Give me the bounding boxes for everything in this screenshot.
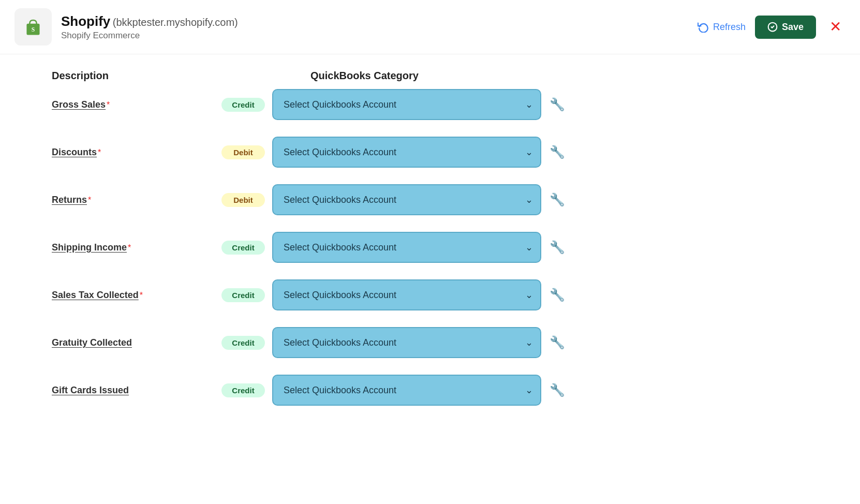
row-label-sales-tax-collected: Sales Tax Collected* — [52, 290, 217, 301]
close-icon: ✕ — [829, 19, 841, 35]
refresh-label: Refresh — [713, 22, 746, 33]
badge-gift-cards-issued: Credit — [221, 383, 265, 397]
qb-select-wrap-returns: Select Quickbooks Account ⌄ — [272, 184, 541, 215]
save-icon — [767, 22, 778, 32]
column-headers: Description QuickBooks Category — [52, 70, 808, 82]
app-domain: (bkkptester.myshopify.com) — [113, 17, 238, 28]
mapping-row-shipping-income: Shipping Income* Credit Select Quickbook… — [52, 232, 808, 263]
wand-button-shipping-income[interactable]: 🔧 — [550, 240, 565, 255]
qb-select-wrap-gratuity-collected: Select Quickbooks Account ⌄ — [272, 327, 541, 358]
qb-select-wrap-gross-sales: Select Quickbooks Account ⌄ — [272, 89, 541, 120]
mapping-row-gift-cards-issued: Gift Cards Issued Credit Select Quickboo… — [52, 375, 808, 406]
refresh-button[interactable]: Refresh — [698, 21, 746, 33]
mapping-row-returns: Returns* Debit Select Quickbooks Account… — [52, 184, 808, 215]
qb-select-gratuity-collected[interactable]: Select Quickbooks Account — [272, 327, 541, 358]
badge-gratuity-collected: Credit — [221, 336, 265, 350]
required-indicator: * — [140, 291, 143, 300]
save-label: Save — [782, 22, 804, 33]
row-link-sales-tax-collected[interactable]: Sales Tax Collected — [52, 290, 139, 300]
required-indicator: * — [107, 100, 110, 109]
col-header-description: Description — [52, 70, 248, 82]
close-button[interactable]: ✕ — [825, 18, 846, 36]
wand-button-sales-tax-collected[interactable]: 🔧 — [550, 288, 565, 302]
wand-button-discounts[interactable]: 🔧 — [550, 145, 565, 159]
required-indicator: * — [98, 148, 101, 157]
wand-button-gift-cards-issued[interactable]: 🔧 — [550, 383, 565, 397]
wand-icon: 🔧 — [550, 97, 565, 111]
qb-select-wrap-discounts: Select Quickbooks Account ⌄ — [272, 137, 541, 168]
wand-icon: 🔧 — [550, 335, 565, 349]
mapping-row-sales-tax-collected: Sales Tax Collected* Credit Select Quick… — [52, 279, 808, 310]
row-link-gross-sales[interactable]: Gross Sales — [52, 99, 106, 110]
app-header: S Shopify (bkkptester.myshopify.com) Sho… — [0, 0, 860, 54]
wand-button-returns[interactable]: 🔧 — [550, 192, 565, 207]
app-subtitle: Shopify Ecommerce — [61, 31, 698, 41]
shopify-icon: S — [21, 15, 45, 39]
row-link-discounts[interactable]: Discounts — [52, 147, 97, 157]
badge-returns: Debit — [221, 193, 265, 207]
qb-select-returns[interactable]: Select Quickbooks Account — [272, 184, 541, 215]
qb-select-wrap-gift-cards-issued: Select Quickbooks Account ⌄ — [272, 375, 541, 406]
row-link-gratuity-collected[interactable]: Gratuity Collected — [52, 337, 132, 348]
wand-icon: 🔧 — [550, 192, 565, 206]
row-label-discounts: Discounts* — [52, 147, 217, 158]
row-label-returns: Returns* — [52, 195, 217, 205]
row-link-gift-cards-issued[interactable]: Gift Cards Issued — [52, 385, 129, 395]
svg-text:S: S — [32, 26, 35, 33]
row-label-gross-sales: Gross Sales* — [52, 99, 217, 110]
row-link-shipping-income[interactable]: Shipping Income — [52, 242, 127, 253]
qb-select-wrap-shipping-income: Select Quickbooks Account ⌄ — [272, 232, 541, 263]
qb-select-gross-sales[interactable]: Select Quickbooks Account — [272, 89, 541, 120]
qb-select-wrap-sales-tax-collected: Select Quickbooks Account ⌄ — [272, 279, 541, 310]
mapping-row-gratuity-collected: Gratuity Collected Credit Select Quickbo… — [52, 327, 808, 358]
mapping-row-discounts: Discounts* Debit Select Quickbooks Accou… — [52, 137, 808, 168]
required-indicator: * — [128, 243, 131, 252]
wand-icon: 🔧 — [550, 288, 565, 302]
refresh-icon — [698, 21, 709, 33]
required-indicator: * — [88, 196, 91, 204]
main-content: Description QuickBooks Category Gross Sa… — [0, 54, 860, 438]
qb-select-sales-tax-collected[interactable]: Select Quickbooks Account — [272, 279, 541, 310]
mapping-row-gross-sales: Gross Sales* Credit Select Quickbooks Ac… — [52, 89, 808, 120]
header-actions: Refresh Save ✕ — [698, 16, 846, 39]
qb-select-gift-cards-issued[interactable]: Select Quickbooks Account — [272, 375, 541, 406]
badge-gross-sales: Credit — [221, 98, 265, 112]
badge-shipping-income: Credit — [221, 241, 265, 255]
wand-icon: 🔧 — [550, 145, 565, 159]
app-name: Shopify — [61, 13, 110, 29]
app-logo: S — [14, 8, 52, 46]
header-title-block: Shopify (bkkptester.myshopify.com) Shopi… — [61, 13, 698, 41]
wand-icon: 🔧 — [550, 240, 565, 254]
row-label-gift-cards-issued: Gift Cards Issued — [52, 385, 217, 396]
wand-button-gratuity-collected[interactable]: 🔧 — [550, 335, 565, 350]
col-header-quickbooks: QuickBooks Category — [310, 70, 419, 82]
row-label-gratuity-collected: Gratuity Collected — [52, 337, 217, 348]
mapping-rows: Gross Sales* Credit Select Quickbooks Ac… — [52, 89, 808, 406]
qb-select-shipping-income[interactable]: Select Quickbooks Account — [272, 232, 541, 263]
row-label-shipping-income: Shipping Income* — [52, 242, 217, 253]
badge-discounts: Debit — [221, 145, 265, 159]
wand-icon: 🔧 — [550, 383, 565, 397]
save-button[interactable]: Save — [755, 16, 816, 39]
badge-sales-tax-collected: Credit — [221, 288, 265, 302]
qb-select-discounts[interactable]: Select Quickbooks Account — [272, 137, 541, 168]
row-link-returns[interactable]: Returns — [52, 195, 87, 205]
wand-button-gross-sales[interactable]: 🔧 — [550, 97, 565, 112]
